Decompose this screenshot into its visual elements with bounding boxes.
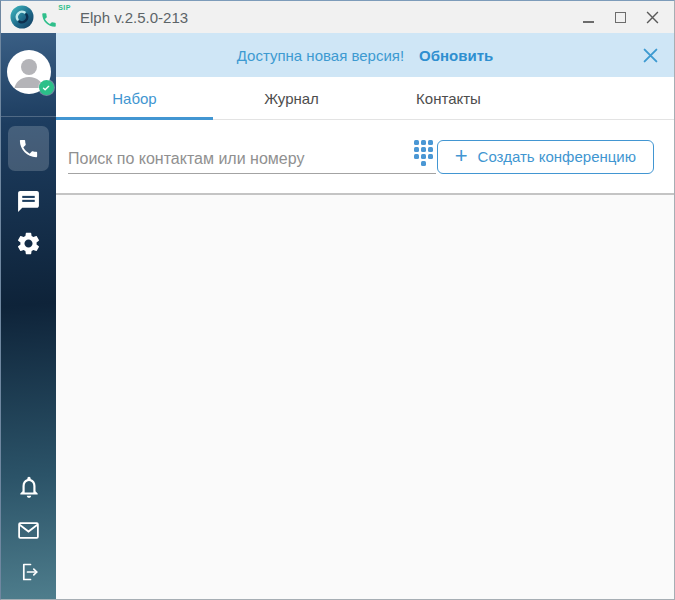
- sip-phone-icon: SIP: [40, 4, 72, 30]
- tab-label: Журнал: [264, 90, 319, 107]
- chat-icon: [16, 189, 41, 214]
- user-avatar[interactable]: [7, 50, 51, 94]
- sidebar-item-settings[interactable]: [8, 228, 49, 258]
- titlebar: SIP Elph v.2.5.0-213: [1, 1, 674, 33]
- tab-label: Набор: [112, 90, 156, 107]
- window-controls: [572, 1, 674, 33]
- minimize-button[interactable]: [572, 1, 604, 33]
- search-field: [68, 140, 436, 174]
- online-status-badge: [39, 80, 54, 95]
- tab-journal[interactable]: Журнал: [213, 77, 370, 119]
- phone-icon: [17, 137, 40, 160]
- dialpad-icon[interactable]: [414, 140, 433, 166]
- update-message: Доступна новая версия!: [237, 47, 404, 64]
- banner-close-button[interactable]: [642, 47, 658, 63]
- gear-icon: [15, 230, 42, 257]
- update-link[interactable]: Обновить: [419, 47, 493, 64]
- maximize-icon: [615, 12, 626, 23]
- sidebar-divider: [1, 116, 56, 117]
- plus-icon: +: [455, 145, 468, 167]
- sidebar: [1, 33, 56, 599]
- main-panel: Доступна новая версия! Обновить Набор Жу…: [56, 33, 674, 599]
- minimize-icon: [583, 21, 594, 23]
- check-icon: [41, 83, 51, 93]
- sip-label: SIP: [58, 4, 71, 11]
- logout-icon: [17, 560, 41, 584]
- envelope-icon: [16, 518, 41, 543]
- tab-dialer[interactable]: Набор: [56, 77, 213, 119]
- create-conference-button[interactable]: + Создать конференцию: [437, 140, 654, 174]
- tab-label: Контакты: [416, 90, 481, 107]
- sidebar-item-notifications[interactable]: [8, 474, 49, 500]
- app-window: SIP Elph v.2.5.0-213: [0, 0, 675, 600]
- sidebar-item-logout[interactable]: [8, 560, 49, 584]
- toolbar: + Создать конференцию: [56, 120, 674, 195]
- search-input[interactable]: [68, 150, 408, 168]
- bell-icon: [16, 474, 42, 500]
- sidebar-item-messages[interactable]: [8, 186, 49, 216]
- app-logo-icon: [10, 5, 34, 29]
- sidebar-item-dialer[interactable]: [8, 126, 49, 171]
- banner-close-icon: [643, 48, 658, 63]
- tab-contacts[interactable]: Контакты: [370, 77, 527, 119]
- update-banner: Доступна новая версия! Обновить: [56, 33, 674, 77]
- tab-bar: Набор Журнал Контакты: [56, 77, 674, 120]
- content-area: [56, 195, 674, 599]
- window-title: Elph v.2.5.0-213: [80, 9, 188, 26]
- close-button[interactable]: [636, 1, 668, 33]
- sidebar-item-voicemail[interactable]: [8, 518, 49, 542]
- create-conference-label: Создать конференцию: [478, 148, 636, 165]
- close-icon: [646, 11, 659, 24]
- maximize-button[interactable]: [604, 1, 636, 33]
